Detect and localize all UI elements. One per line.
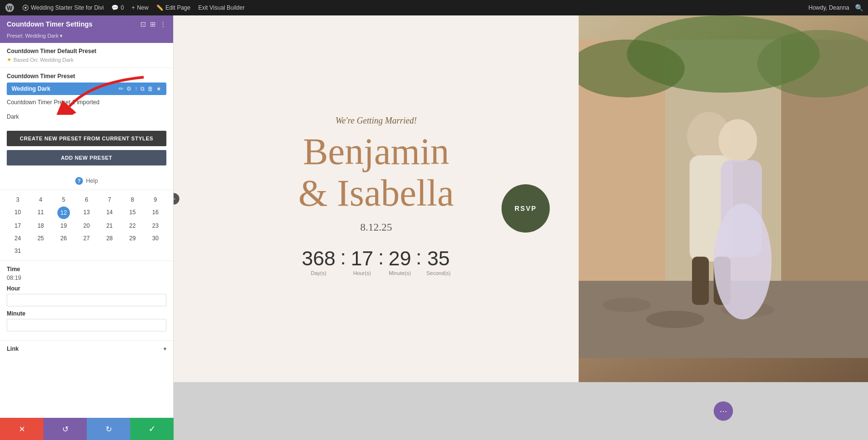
cal-day[interactable]: 3: [7, 194, 29, 206]
layout-icon[interactable]: ⊞: [150, 20, 156, 28]
cal-day[interactable]: 18: [30, 220, 52, 232]
svg-point-9: [646, 311, 704, 328]
bottom-section: ⋯: [174, 382, 868, 440]
save-button[interactable]: ✓: [130, 418, 174, 440]
cal-day[interactable]: 23: [144, 220, 166, 232]
cal-day[interactable]: 20: [76, 220, 98, 232]
cal-day[interactable]: 25: [30, 233, 52, 244]
admin-bar: W Wedding Starter Site for Divi 💬 0 + Ne…: [0, 0, 868, 15]
minute-input[interactable]: [7, 319, 166, 331]
help-icon: ?: [75, 177, 83, 185]
exit-builder-link[interactable]: Exit Visual Builder: [198, 4, 245, 11]
preset-edit-icon[interactable]: ✏: [119, 85, 123, 92]
comments-count: 0: [121, 4, 124, 11]
star-icon: ★: [7, 56, 12, 63]
countdown-minutes-value: 29: [389, 247, 411, 270]
svg-point-8: [603, 298, 651, 312]
cal-day[interactable]: 21: [98, 220, 121, 232]
preset-section-label: Countdown Timer Preset: [0, 68, 173, 82]
wedding-date: 8.12.25: [360, 221, 392, 234]
cal-day[interactable]: 19: [53, 220, 75, 232]
comments-link[interactable]: 💬 0: [111, 4, 124, 11]
preset-duplicate-icon[interactable]: ⧉: [140, 85, 145, 92]
active-preset-name: Wedding Dark: [12, 85, 50, 92]
page-content: ↔ We're Getting Married! Benjamin & Isab…: [174, 15, 868, 382]
default-preset-name: Countdown Timer Default Preset: [7, 48, 166, 55]
cal-day[interactable]: 31: [7, 245, 29, 257]
couple-photo: [579, 15, 868, 382]
cal-day[interactable]: 30: [144, 233, 166, 244]
redo-icon: ↻: [106, 425, 112, 434]
cal-day[interactable]: 8: [122, 194, 144, 206]
site-name-link[interactable]: Wedding Starter Site for Divi: [22, 4, 104, 11]
cal-day[interactable]: 9: [144, 194, 166, 206]
cal-day[interactable]: 29: [122, 233, 144, 244]
wedding-subtitle: We're Getting Married!: [336, 116, 417, 126]
desktop-icon[interactable]: ⊡: [140, 20, 146, 28]
purple-dot-button[interactable]: ⋯: [714, 401, 733, 421]
minute-label: Minute: [7, 310, 166, 317]
sidebar-buttons: CREATE NEW PRESET FROM CURRENT STYLES AD…: [0, 124, 173, 172]
cal-day[interactable]: 17: [7, 220, 29, 232]
cal-day[interactable]: 15: [122, 206, 144, 219]
create-preset-button[interactable]: CREATE NEW PRESET FROM CURRENT STYLES: [7, 131, 166, 146]
preset-action-icons: ✏ ⚙ ↑ ⧉ 🗑 ★: [119, 85, 162, 92]
countdown-display: 368 Day(s) : 17 Hour(s) : 29 Minute(s) :: [302, 246, 451, 277]
cal-day[interactable]: 5: [53, 194, 75, 206]
search-icon[interactable]: 🔍: [855, 4, 863, 12]
preset-label[interactable]: Preset: Wedding Dark ▾: [0, 33, 173, 43]
help-section[interactable]: ? Help: [0, 172, 173, 190]
preset-delete-icon[interactable]: 🗑: [148, 85, 153, 92]
chevron-down-icon[interactable]: ▾: [163, 345, 166, 352]
cal-day[interactable]: 13: [76, 206, 98, 219]
cal-day[interactable]: 11: [30, 206, 52, 219]
bottom-action-bar: ✕ ↺ ↻ ✓: [0, 418, 174, 440]
cal-day[interactable]: 28: [98, 233, 121, 244]
cal-day[interactable]: 6: [76, 194, 98, 206]
link-section[interactable]: Link ▾: [0, 340, 173, 357]
admin-bar-right: Howdy, Deanna 🔍: [809, 4, 864, 12]
cal-day-active[interactable]: 12: [57, 206, 70, 219]
cal-day[interactable]: 16: [144, 206, 166, 219]
edit-page-label: Edit Page: [165, 4, 190, 11]
wordpress-icon[interactable]: W: [5, 3, 14, 13]
pencil-icon: ✏️: [156, 4, 163, 11]
preset-three-dot[interactable]: ⋮: [157, 85, 163, 93]
active-preset[interactable]: Wedding Dark ⋮ ✏ ⚙ ↑ ⧉ 🗑 ★: [7, 82, 166, 95]
time-section: Time 08:19 Hour Minute: [0, 261, 173, 340]
cal-day[interactable]: 22: [122, 220, 144, 232]
new-link[interactable]: + New: [132, 4, 149, 11]
wedding-name-line2: & Isabella: [298, 172, 454, 214]
cal-day[interactable]: 14: [98, 206, 121, 219]
link-label: Link: [7, 345, 19, 352]
preset-settings-icon[interactable]: ⚙: [126, 85, 132, 92]
cal-day[interactable]: 10: [7, 206, 29, 219]
hour-input[interactable]: [7, 294, 166, 306]
countdown-sep-2: :: [378, 246, 384, 269]
countdown-sep-3: :: [416, 246, 422, 269]
site-name: Wedding Starter Site for Divi: [31, 4, 104, 11]
preset-item-imported[interactable]: Countdown Timer Preset 1 imported: [0, 95, 173, 110]
cal-day[interactable]: 7: [98, 194, 121, 206]
comment-icon: 💬: [111, 4, 119, 11]
preset-export-icon[interactable]: ↑: [135, 85, 137, 92]
edit-page-link[interactable]: ✏️ Edit Page: [156, 4, 190, 11]
cancel-button[interactable]: ✕: [0, 418, 43, 440]
photo-section: [579, 15, 868, 382]
undo-icon: ↺: [62, 425, 68, 434]
cal-day[interactable]: 26: [53, 233, 75, 244]
undo-button[interactable]: ↺: [43, 418, 87, 440]
cal-day[interactable]: 24: [7, 233, 29, 244]
redo-button[interactable]: ↻: [87, 418, 130, 440]
preset-item-dark[interactable]: Dark: [0, 110, 173, 124]
site-icon: [22, 4, 29, 11]
time-value: 08:19: [7, 275, 166, 281]
more-icon[interactable]: ⋮: [160, 20, 166, 28]
rsvp-button[interactable]: RSVP: [502, 184, 550, 233]
countdown-days-value: 368: [302, 247, 336, 270]
resize-handle[interactable]: ↔: [174, 193, 179, 205]
cal-day[interactable]: 27: [76, 233, 98, 244]
add-preset-button[interactable]: ADD NEW PRESET: [7, 150, 166, 165]
sidebar: Countdown Timer Settings ⊡ ⊞ ⋮ Preset: W…: [0, 15, 174, 440]
cal-day[interactable]: 4: [30, 194, 52, 206]
